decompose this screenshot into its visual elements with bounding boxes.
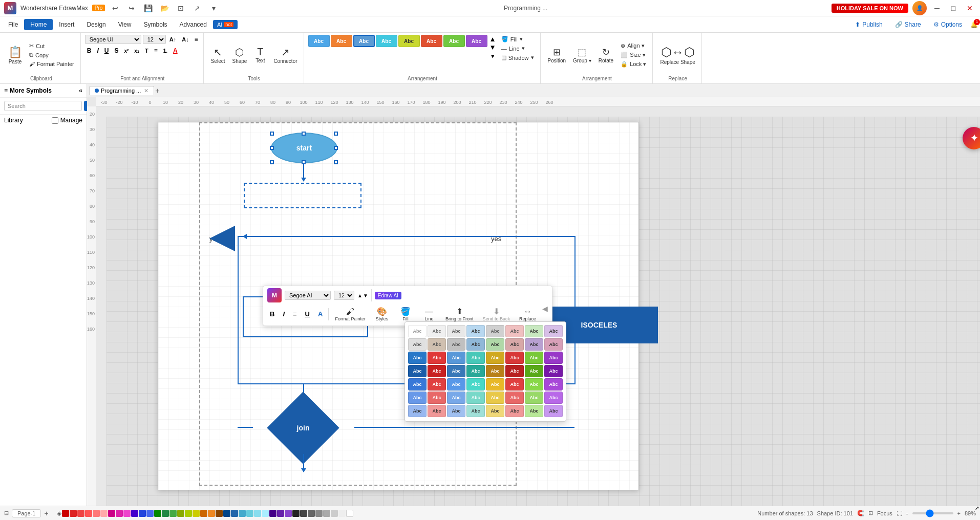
cp-swatch-5-4[interactable]: Abc [466, 378, 485, 391]
color-dot[interactable] [62, 510, 69, 517]
menu-file[interactable]: File [2, 19, 24, 30]
manage-checkbox[interactable] [52, 117, 58, 124]
collapse-icon[interactable]: ≡ [4, 87, 8, 94]
rect-shape[interactable] [244, 183, 361, 208]
style-swatch-1[interactable]: Abc [308, 35, 330, 47]
template-btn[interactable]: ⊡ [175, 3, 187, 13]
join-diamond-container[interactable]: join [252, 405, 354, 451]
cp-swatch-3-1[interactable]: Abc [408, 352, 427, 364]
cp-swatch-6-3[interactable]: Abc [447, 392, 465, 404]
tab-close-icon[interactable]: ✕ [144, 88, 148, 94]
cp-swatch-7-5[interactable]: Abc [486, 405, 504, 417]
color-dot[interactable] [277, 510, 284, 517]
ft-underline-btn[interactable]: U [303, 309, 312, 319]
cp-swatch-4-4[interactable]: Abc [466, 365, 485, 377]
color-dot[interactable] [162, 510, 169, 517]
cp-swatch-6-7[interactable]: Abc [525, 392, 543, 404]
underline-btn[interactable]: U [102, 47, 111, 55]
cp-swatch-3-7[interactable]: Abc [525, 352, 543, 364]
cp-swatch-3-8[interactable]: Abc [544, 352, 563, 364]
style-swatch-4[interactable]: Abc [376, 35, 397, 47]
color-dot[interactable] [93, 510, 100, 517]
ft-align-btn[interactable]: ≡ [290, 309, 300, 319]
color-dot[interactable] [208, 510, 215, 517]
page-tab[interactable]: Page-1 [12, 509, 41, 517]
cp-swatch-1-6[interactable]: Abc [505, 325, 524, 337]
color-dot[interactable] [108, 510, 115, 517]
size-btn[interactable]: ⬜ Size ▾ [617, 51, 649, 59]
cut-btn[interactable]: ✂ Cut [26, 41, 77, 50]
style-scroll-up[interactable]: ▲ [489, 35, 496, 43]
undo-btn[interactable]: ↩ [109, 3, 121, 13]
collapse-panel-icon[interactable]: « [79, 87, 82, 94]
cp-swatch-7-7[interactable]: Abc [525, 405, 543, 417]
redo-btn[interactable]: ↪ [125, 3, 138, 13]
handle-br[interactable] [334, 160, 338, 164]
publish-btn[interactable]: ⬆ Publish [851, 19, 886, 30]
color-dot[interactable] [185, 510, 192, 517]
color-dot[interactable] [177, 510, 184, 517]
color-dot[interactable] [262, 510, 269, 517]
cp-swatch-5-7[interactable]: Abc [525, 378, 543, 391]
align-btn[interactable]: ≡ [193, 35, 200, 44]
cp-swatch-3-5[interactable]: Abc [486, 352, 504, 364]
color-dot[interactable] [200, 510, 207, 517]
export-btn[interactable]: ↗ [191, 3, 203, 13]
font-family-select[interactable]: Segoe UI [85, 35, 141, 44]
cp-swatch-5-8[interactable]: Abc [544, 378, 563, 391]
cp-swatch-1-8[interactable]: Abc [544, 325, 563, 337]
maximize-btn[interactable]: □ [947, 3, 960, 13]
color-dot[interactable] [285, 510, 292, 517]
style-swatch-3[interactable]: Abc [353, 35, 375, 47]
italic-btn[interactable]: I [95, 47, 100, 55]
ft-inc-size[interactable]: ▲ [357, 293, 363, 298]
replace-shape-btn[interactable]: ⬡↔⬡ Replace Shape [657, 37, 698, 73]
more-btn[interactable]: ▾ [207, 3, 220, 13]
fullscreen-btn[interactable]: ⛶ [897, 510, 902, 516]
cp-swatch-1-4[interactable]: Abc [466, 325, 485, 337]
ft-ai-btn[interactable]: Edraw AI [375, 292, 401, 299]
cp-swatch-1-5[interactable]: Abc [486, 325, 504, 337]
ft-send-back-btn[interactable]: ⬇ Send to Back [479, 305, 513, 323]
canvas-container[interactable]: Programming ... ✕ + -30 -20 -10 0 10 20 … [87, 84, 980, 506]
color-dot[interactable] [100, 510, 108, 517]
ft-format-painter-btn[interactable]: 🖌 Format Painter [332, 305, 369, 323]
current-tab[interactable]: Programming ... ✕ [89, 86, 154, 95]
color-dot[interactable] [131, 510, 138, 517]
color-dot[interactable] [223, 510, 230, 517]
search-input[interactable] [4, 101, 82, 111]
paste-btn[interactable]: 📋 Paste [5, 42, 25, 68]
line-btn[interactable]: — Line ▾ [498, 44, 537, 53]
text-btn[interactable]: T [143, 47, 151, 54]
layout-icon[interactable]: ⊟ [4, 510, 9, 516]
color-dot[interactable] [315, 510, 323, 517]
color-dot[interactable] [146, 510, 154, 517]
handle-bl[interactable] [270, 160, 274, 164]
zoom-in-btn[interactable]: + [957, 510, 961, 516]
font-size-select[interactable]: 12 [143, 35, 166, 44]
superscript-btn[interactable]: x² [122, 48, 131, 54]
ft-size-select[interactable]: 12 [334, 291, 354, 300]
color-dot[interactable] [77, 510, 84, 517]
format-painter-btn[interactable]: 🖌 Format Painter [26, 60, 77, 68]
color-dot[interactable] [139, 510, 146, 517]
cp-swatch-6-8[interactable]: Abc [544, 392, 563, 404]
increase-font-btn[interactable]: A↑ [167, 36, 178, 43]
color-dot[interactable] [254, 510, 261, 517]
share-btn[interactable]: 🔗 Share [891, 19, 925, 30]
add-tab-btn[interactable]: + [155, 86, 159, 95]
cp-swatch-5-2[interactable]: Abc [428, 378, 446, 391]
ft-fill-btn[interactable]: 🪣 Fill [395, 305, 416, 323]
ft-bring-front-btn[interactable]: ⬆ Bring to Front [442, 305, 477, 323]
ft-replace-btn[interactable]: ↔ Replace [516, 305, 539, 323]
cp-swatch-2-7[interactable]: Abc [525, 338, 543, 351]
menu-advanced[interactable]: Advanced [174, 19, 213, 30]
color-dot[interactable] [116, 510, 123, 517]
lock-btn[interactable]: 🔒 Lock ▾ [617, 60, 649, 69]
close-btn[interactable]: ✕ [964, 3, 976, 13]
shadow-dropdown[interactable]: ▾ [531, 54, 534, 61]
menu-symbols[interactable]: Symbols [138, 19, 174, 30]
color-dot[interactable] [300, 510, 307, 517]
cp-swatch-5-1[interactable]: Abc [408, 378, 427, 391]
color-dot[interactable] [231, 510, 238, 517]
